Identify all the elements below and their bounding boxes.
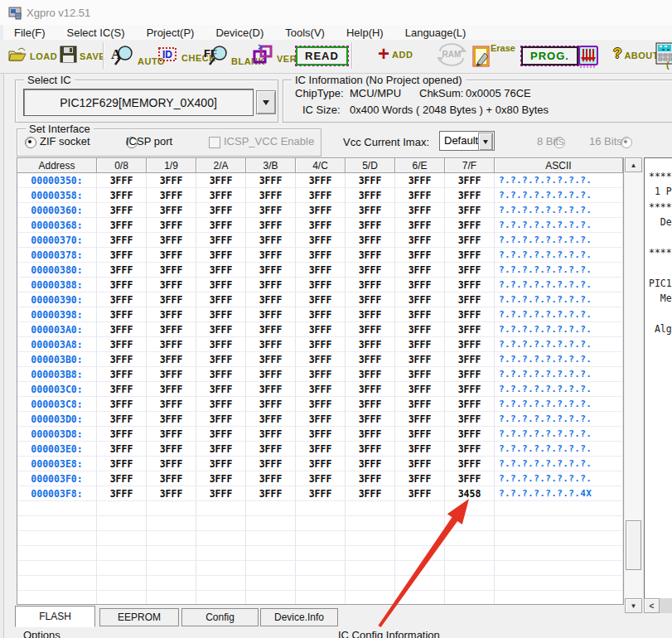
hex-cell[interactable]: 3FFF bbox=[395, 382, 445, 397]
hex-cell[interactable]: 3FFF bbox=[196, 367, 246, 382]
about-button[interactable]: ? ABOUT bbox=[613, 46, 659, 62]
hex-cell[interactable]: 3FFF bbox=[246, 382, 296, 397]
hex-cell[interactable]: 3FFF bbox=[97, 233, 147, 248]
hex-cell[interactable]: 3FFF bbox=[97, 173, 147, 188]
hex-cell[interactable]: 3FFF bbox=[97, 352, 147, 367]
hex-cell[interactable]: 3FFF bbox=[445, 427, 495, 442]
hex-cell[interactable]: 3FFF bbox=[246, 263, 296, 278]
hex-cell[interactable]: 3FFF bbox=[346, 486, 395, 501]
hex-cell[interactable]: 3FFF bbox=[147, 188, 196, 203]
hex-ascii[interactable]: ?.?.?.?.?.?.?.4X bbox=[495, 486, 623, 501]
hex-cell[interactable]: 3FFF bbox=[395, 278, 445, 292]
hex-cell[interactable]: 3FFF bbox=[97, 218, 147, 233]
hex-ascii[interactable]: ?.?.?.?.?.?.?.?. bbox=[495, 233, 623, 248]
hex-cell[interactable]: 3FFF bbox=[196, 322, 246, 337]
hex-cell[interactable]: 3FFF bbox=[445, 322, 495, 337]
hex-cell[interactable]: 3FFF bbox=[395, 292, 445, 307]
hex-cell[interactable]: 3FFF bbox=[346, 278, 395, 292]
load-button[interactable]: LOAD bbox=[7, 46, 57, 63]
hex-cell[interactable]: 3FFF bbox=[196, 397, 246, 412]
hex-cell[interactable]: 3FFF bbox=[445, 352, 495, 367]
menu-item-helph[interactable]: Help(H) bbox=[336, 27, 394, 39]
menu-item-deviced[interactable]: Device(D) bbox=[205, 27, 274, 39]
hex-cell[interactable]: 3FFF bbox=[346, 471, 395, 486]
hex-cell[interactable]: 3FFF bbox=[97, 248, 147, 263]
hex-cell[interactable]: 3FFF bbox=[196, 248, 246, 263]
hex-cell[interactable]: 3FFF bbox=[147, 337, 196, 352]
add-button[interactable]: + ADD bbox=[378, 46, 413, 61]
hex-cell[interactable]: 3FFF bbox=[296, 427, 346, 442]
hex-cell[interactable]: 3FFF bbox=[296, 367, 346, 382]
hex-cell[interactable]: 3FFF bbox=[395, 263, 445, 278]
hex-cell[interactable]: 3FFF bbox=[246, 486, 296, 501]
hex-cell[interactable]: 3FFF bbox=[445, 263, 495, 278]
hex-cell[interactable]: 3FFF bbox=[97, 382, 147, 397]
hex-ascii[interactable]: ?.?.?.?.?.?.?.?. bbox=[495, 263, 623, 278]
hex-cell[interactable]: 3FFF bbox=[395, 218, 445, 233]
hex-cell[interactable]: 3FFF bbox=[196, 382, 246, 397]
hex-cell[interactable]: 3FFF bbox=[395, 412, 445, 427]
hex-cell[interactable]: 3FFF bbox=[97, 307, 147, 322]
hex-ascii[interactable]: ?.?.?.?.?.?.?.?. bbox=[495, 427, 623, 442]
hex-cell[interactable]: 3FFF bbox=[246, 471, 296, 486]
hex-cell[interactable]: 3FFF bbox=[246, 337, 296, 352]
scroll-left-button[interactable]: < bbox=[644, 598, 660, 613]
hex-cell[interactable]: 3FFF bbox=[445, 382, 495, 397]
hex-cell[interactable]: 3FFF bbox=[346, 352, 395, 367]
hex-cell[interactable]: 3FFF bbox=[147, 427, 196, 442]
hex-cell[interactable]: 3FFF bbox=[147, 218, 196, 233]
menu-item-filef[interactable]: File(F) bbox=[3, 27, 56, 39]
hex-ascii[interactable]: ?.?.?.?.?.?.?.?. bbox=[495, 248, 623, 263]
hex-cell[interactable]: 3FFF bbox=[346, 367, 395, 382]
hex-cell[interactable]: 3FFF bbox=[147, 292, 196, 307]
hex-cell[interactable]: 3FFF bbox=[246, 307, 296, 322]
hex-cell[interactable]: 3FFF bbox=[346, 263, 395, 278]
menu-item-toolsv[interactable]: Tools(V) bbox=[274, 27, 336, 39]
hex-ascii[interactable]: ?.?.?.?.?.?.?.?. bbox=[495, 218, 623, 233]
hex-cell[interactable]: 3FFF bbox=[147, 486, 196, 501]
hex-ascii[interactable]: ?.?.?.?.?.?.?.?. bbox=[495, 352, 623, 367]
hex-cell[interactable]: 3FFF bbox=[296, 471, 346, 486]
hex-cell[interactable]: 3FFF bbox=[296, 457, 346, 471]
hex-cell[interactable]: 3FFF bbox=[445, 457, 495, 471]
hex-cell[interactable]: 3FFF bbox=[445, 471, 495, 486]
hex-cell[interactable]: 3458 bbox=[445, 486, 495, 501]
hex-cell[interactable]: 3FFF bbox=[97, 457, 147, 471]
hex-cell[interactable]: 3FFF bbox=[346, 427, 395, 442]
hex-cell[interactable]: 3FFF bbox=[445, 218, 495, 233]
hex-cell[interactable]: 3FFF bbox=[147, 278, 196, 292]
hex-cell[interactable]: 3FFF bbox=[296, 397, 346, 412]
hex-cell[interactable]: 3FFF bbox=[346, 203, 395, 218]
hex-cell[interactable]: 3FFF bbox=[445, 292, 495, 307]
hex-cell[interactable]: 3FFF bbox=[97, 263, 147, 278]
hex-cell[interactable]: 3FFF bbox=[395, 427, 445, 442]
hex-cell[interactable]: 3FFF bbox=[147, 352, 196, 367]
hex-cell[interactable]: 3FFF bbox=[97, 486, 147, 501]
hex-cell[interactable]: 3FFF bbox=[97, 188, 147, 203]
hex-cell[interactable]: 3FFF bbox=[395, 457, 445, 471]
hex-cell[interactable]: 3FFF bbox=[445, 412, 495, 427]
hex-ascii[interactable]: ?.?.?.?.?.?.?.?. bbox=[495, 337, 623, 352]
hex-cell[interactable]: 3FFF bbox=[147, 233, 196, 248]
hex-ascii[interactable]: ?.?.?.?.?.?.?.?. bbox=[495, 322, 623, 337]
hex-cell[interactable]: 3FFF bbox=[246, 427, 296, 442]
hex-cell[interactable]: 3FFF bbox=[196, 471, 246, 486]
vcc-imax-select[interactable]: Default bbox=[439, 131, 495, 151]
vcc-dropdown-button[interactable] bbox=[478, 133, 493, 151]
zif-socket-radio[interactable] bbox=[25, 137, 36, 148]
hex-cell[interactable]: 3FFF bbox=[346, 173, 395, 188]
hex-cell[interactable]: 3FFF bbox=[147, 322, 196, 337]
tester-button[interactable] bbox=[655, 42, 672, 68]
chip-test-button[interactable] bbox=[575, 42, 602, 72]
hex-cell[interactable]: 3FFF bbox=[445, 203, 495, 218]
hex-cell[interactable]: 3FFF bbox=[445, 233, 495, 248]
hex-cell[interactable]: 3FFF bbox=[296, 248, 346, 263]
hex-cell[interactable]: 3FFF bbox=[246, 412, 296, 427]
hex-cell[interactable]: 3FFF bbox=[296, 442, 346, 457]
hex-cell[interactable]: 3FFF bbox=[445, 367, 495, 382]
hex-cell[interactable]: 3FFF bbox=[196, 486, 246, 501]
menu-item-languagel[interactable]: Language(L) bbox=[394, 27, 477, 39]
ic-dropdown-button[interactable] bbox=[256, 90, 276, 114]
hex-cell[interactable]: 3FFF bbox=[346, 248, 395, 263]
hex-cell[interactable]: 3FFF bbox=[246, 442, 296, 457]
